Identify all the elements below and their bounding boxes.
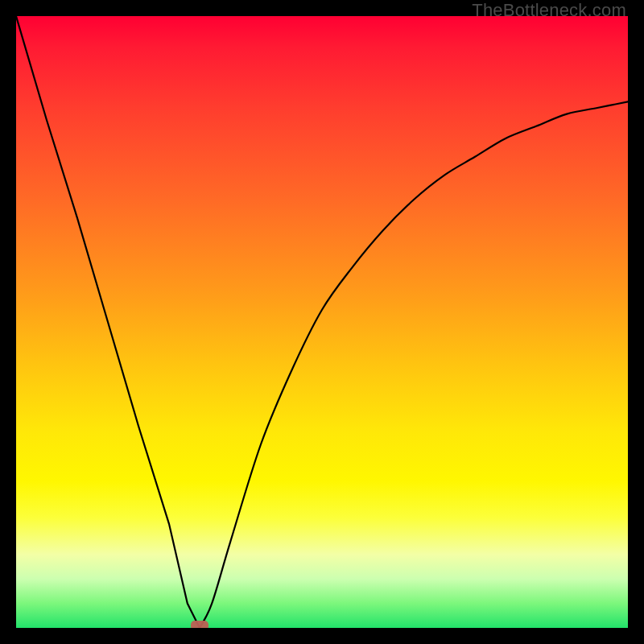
curve-svg bbox=[16, 16, 628, 628]
plot-area bbox=[16, 16, 628, 628]
chart-frame: TheBottleneck.com bbox=[0, 0, 644, 644]
minimum-marker bbox=[191, 621, 208, 628]
bottleneck-curve bbox=[16, 16, 628, 628]
